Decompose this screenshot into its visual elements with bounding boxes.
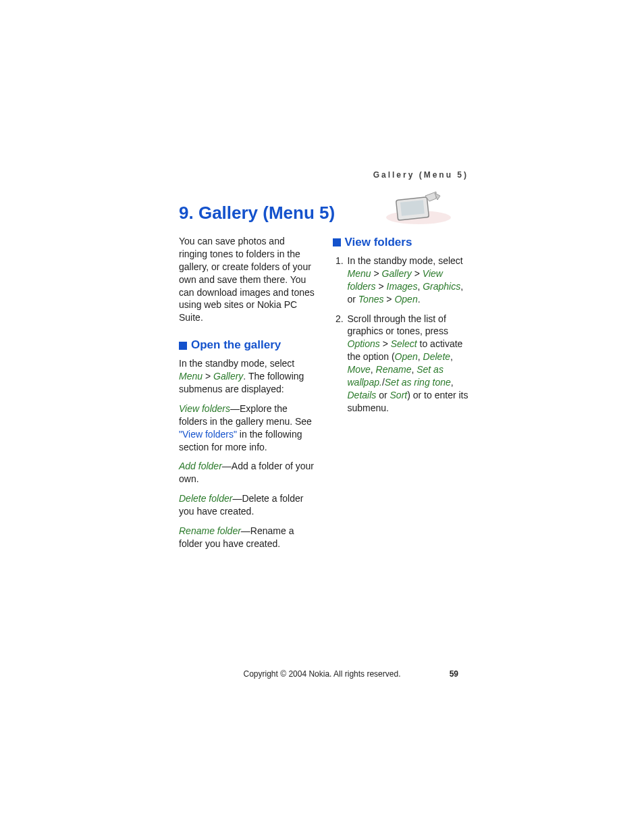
menu-item: Move bbox=[348, 364, 371, 375]
menu-item: Sort bbox=[390, 390, 408, 400]
menu-item: Open bbox=[394, 294, 417, 305]
menu-item: Menu bbox=[179, 371, 203, 382]
square-bullet-icon bbox=[333, 238, 341, 246]
section-open-gallery-heading: Open the gallery bbox=[179, 338, 316, 353]
open-gallery-lead: In the standby mode, select Menu > Galle… bbox=[179, 357, 316, 396]
menu-item: Details bbox=[348, 390, 377, 400]
right-column: View folders In the standby mode, select… bbox=[333, 235, 470, 557]
left-column: You can save photos and ringing tones to… bbox=[179, 235, 316, 557]
submenu-delete-folder: Delete folder—Delete a folder you have c… bbox=[179, 492, 316, 518]
menu-item: Gallery bbox=[382, 268, 412, 279]
heading-text: Open the gallery bbox=[191, 338, 281, 353]
menu-item: Rename bbox=[376, 364, 412, 375]
menu-item: View folders bbox=[179, 403, 230, 414]
step-2: Scroll through the list of graphics or t… bbox=[346, 313, 470, 415]
gallery-illustration-icon bbox=[378, 186, 459, 227]
menu-item: Graphics bbox=[423, 281, 460, 292]
svg-rect-2 bbox=[400, 200, 425, 215]
view-folders-steps: In the standby mode, select Menu > Galle… bbox=[333, 255, 470, 415]
section-view-folders-heading: View folders bbox=[333, 235, 470, 251]
step-1: In the standby mode, select Menu > Galle… bbox=[346, 255, 470, 306]
intro-paragraph: You can save photos and ringing tones to… bbox=[179, 235, 316, 324]
submenu-add-folder: Add folder—Add a folder of your own. bbox=[179, 460, 316, 486]
menu-item: Delete folder bbox=[179, 493, 232, 504]
menu-item: Menu bbox=[348, 268, 371, 279]
page-number: 59 bbox=[450, 669, 458, 679]
cross-ref-link[interactable]: "View folders" bbox=[179, 429, 237, 440]
manual-page: Gallery (Menu 5) 9. Gallery (Menu 5) You… bbox=[0, 0, 644, 834]
menu-item: Options bbox=[348, 338, 380, 349]
menu-item: Add folder bbox=[179, 461, 222, 471]
running-header: Gallery (Menu 5) bbox=[373, 170, 468, 180]
menu-item: Tones bbox=[358, 294, 384, 305]
heading-text: View folders bbox=[345, 235, 412, 251]
menu-item: Rename folder bbox=[179, 525, 241, 536]
chapter-title: 9. Gallery (Menu 5) bbox=[179, 203, 335, 224]
menu-item: Set as ring tone bbox=[385, 377, 451, 388]
menu-item: Open bbox=[395, 351, 418, 362]
menu-item: Images bbox=[387, 281, 418, 292]
copyright-footer: Copyright © 2004 Nokia. All rights reser… bbox=[0, 669, 644, 679]
menu-item: Delete bbox=[423, 351, 450, 362]
menu-item: Select bbox=[391, 338, 417, 349]
submenu-view-folders: View folders—Explore the folders in the … bbox=[179, 402, 316, 454]
menu-item: Gallery bbox=[213, 371, 243, 382]
submenu-rename-folder: Rename folder—Rename a folder you have c… bbox=[179, 525, 316, 550]
square-bullet-icon bbox=[179, 342, 187, 350]
